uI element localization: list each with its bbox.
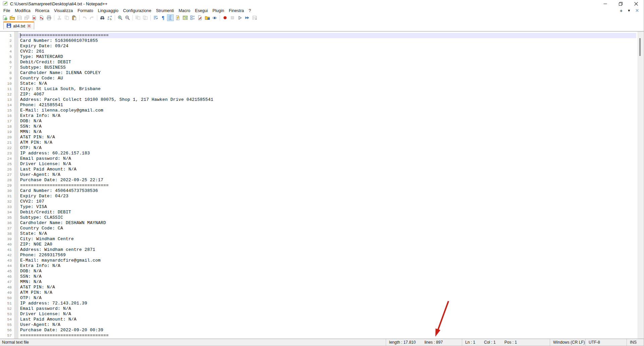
line-text[interactable]: User-Agent: N/A [18, 172, 636, 178]
line-number[interactable]: 18 [0, 124, 14, 129]
bookmark-margin-cell[interactable] [14, 285, 18, 290]
editor-line[interactable]: 20AT&T PIN: N/A [0, 135, 636, 140]
line-number[interactable]: 46 [0, 274, 14, 279]
bookmark-margin-cell[interactable] [14, 81, 18, 86]
bookmark-margin-cell[interactable] [14, 129, 18, 135]
bookmark-margin-cell[interactable] [14, 188, 18, 194]
status-encoding[interactable]: UTF-8 [585, 339, 627, 346]
line-number[interactable]: 32 [0, 199, 14, 204]
indent-guide-icon[interactable] [167, 14, 174, 21]
line-text[interactable]: Subtype: CLASSIC [18, 215, 636, 220]
close-icon[interactable] [31, 14, 38, 21]
bookmark-margin-cell[interactable] [14, 178, 18, 183]
line-number[interactable]: 14 [0, 102, 14, 108]
bookmark-margin-cell[interactable] [14, 92, 18, 97]
macro-save-icon[interactable] [251, 14, 258, 21]
user-defined-language-icon[interactable] [174, 14, 181, 21]
line-number[interactable]: 11 [0, 86, 14, 92]
line-text[interactable]: Driver License: N/A [18, 161, 636, 167]
editor-line[interactable]: 4CVV2: 261 [0, 49, 636, 54]
bookmark-margin-cell[interactable] [14, 86, 18, 92]
bookmark-margin-cell[interactable] [14, 140, 18, 145]
editor-line[interactable]: 54Last Paid Amount: N/A [0, 317, 636, 322]
line-number[interactable]: 7 [0, 65, 14, 70]
line-text[interactable]: ZIP: 4067 [18, 92, 636, 97]
line-number[interactable]: 54 [0, 317, 14, 322]
editor-line[interactable]: 18SSN: N/A [0, 124, 636, 129]
line-number[interactable]: 25 [0, 161, 14, 167]
line-number[interactable]: 16 [0, 113, 14, 119]
line-text[interactable]: Email password: N/A [18, 306, 636, 312]
line-text[interactable]: City: St Lucia South, Brisbane [18, 86, 636, 92]
editor-line[interactable]: 30Card Number: 4506445737538536 [0, 188, 636, 194]
line-number[interactable]: 37 [0, 226, 14, 231]
line-text[interactable]: SSN: N/A [18, 124, 636, 129]
editor-line[interactable]: 56Purchase Date: 2022-09-20 00:39 [0, 328, 636, 333]
bookmark-margin-cell[interactable] [14, 263, 18, 269]
line-number[interactable]: 55 [0, 322, 14, 328]
menu-plugin[interactable]: Plugin [210, 8, 226, 13]
line-text[interactable]: IP address: 60.226.157.183 [18, 151, 636, 156]
new-tab-button[interactable]: + [620, 8, 623, 13]
line-text[interactable]: Cardholder Name: ILENNA COPLEY [18, 70, 636, 76]
line-number[interactable]: 29 [0, 183, 14, 188]
line-number[interactable]: 38 [0, 231, 14, 236]
line-text[interactable]: SSN: N/A [18, 274, 636, 279]
bookmark-margin-cell[interactable] [14, 97, 18, 102]
editor-line[interactable]: 19MMN: N/A [0, 129, 636, 135]
bookmark-margin-cell[interactable] [14, 70, 18, 76]
tab-close-icon[interactable] [27, 24, 31, 28]
status-eol-format[interactable]: Windows (CR LF) [550, 339, 585, 346]
sync-horizontal-icon[interactable] [142, 14, 149, 21]
redo-icon[interactable] [89, 14, 95, 21]
line-text[interactable]: Expiry Date: 09/24 [18, 44, 636, 49]
line-number[interactable]: 20 [0, 135, 14, 140]
minimize-button[interactable] [597, 0, 613, 7]
bookmark-margin-cell[interactable] [14, 220, 18, 226]
editor-line[interactable]: 10State: N/A [0, 81, 636, 86]
bookmark-margin-cell[interactable] [14, 135, 18, 140]
bookmark-margin-cell[interactable] [14, 65, 18, 70]
bookmark-margin-cell[interactable] [14, 306, 18, 312]
line-number[interactable]: 26 [0, 167, 14, 172]
bookmark-margin-cell[interactable] [14, 333, 18, 338]
line-number[interactable]: 4 [0, 49, 14, 54]
bookmark-margin-cell[interactable] [14, 145, 18, 151]
editor-line[interactable]: 32CVV2: 107 [0, 199, 636, 204]
line-number[interactable]: 21 [0, 140, 14, 145]
bookmark-margin-cell[interactable] [14, 167, 18, 172]
menu-ricerca[interactable]: Ricerca [33, 8, 52, 13]
line-text[interactable]: AT&T PIN: N/A [18, 135, 636, 140]
editor-line[interactable]: 53Driver License: N/A [0, 312, 636, 317]
editor-line[interactable]: 28Purchase Date: 2022-09-25 22:17 [0, 178, 636, 183]
line-text[interactable]: DOB: N/A [18, 119, 636, 124]
undo-icon[interactable] [81, 14, 88, 21]
line-number[interactable]: 30 [0, 188, 14, 194]
editor-line[interactable]: 14Phone: 421585541 [0, 102, 636, 108]
line-number[interactable]: 23 [0, 151, 14, 156]
line-text[interactable]: DOB: N/A [18, 269, 636, 274]
line-text[interactable]: Debit/Credit: DEBIT [18, 60, 636, 65]
editor-line[interactable]: 44Extra Info: N/A [0, 263, 636, 269]
close-all-icon[interactable] [38, 14, 45, 21]
menu-visualizza[interactable]: Visualizza [52, 8, 75, 13]
close-button[interactable] [628, 0, 644, 7]
line-text[interactable]: MMN: N/A [18, 129, 636, 135]
tab-list-dropdown[interactable]: ▼ [627, 9, 631, 12]
bookmark-margin-cell[interactable] [14, 119, 18, 124]
line-number[interactable]: 41 [0, 247, 14, 253]
menu-macro[interactable]: Macro [176, 8, 193, 13]
line-text[interactable]: OTP: N/A [18, 295, 636, 301]
bookmark-margin-cell[interactable] [14, 172, 18, 178]
line-text[interactable]: Last Paid Amount: N/A [18, 167, 636, 172]
editor-line[interactable]: 17DOB: N/A [0, 119, 636, 124]
bookmark-margin-cell[interactable] [14, 247, 18, 253]
vertical-scrollbar[interactable] [638, 31, 643, 339]
line-text[interactable]: ATM PIN: N/A [18, 290, 636, 295]
bookmark-margin-cell[interactable] [14, 183, 18, 188]
line-text[interactable]: CVV2: 261 [18, 49, 636, 54]
editor-line[interactable]: 42Phone: 2269317569 [0, 253, 636, 258]
line-number[interactable]: 56 [0, 328, 14, 333]
line-number[interactable]: 45 [0, 269, 14, 274]
line-text[interactable]: ================================= [18, 183, 636, 188]
